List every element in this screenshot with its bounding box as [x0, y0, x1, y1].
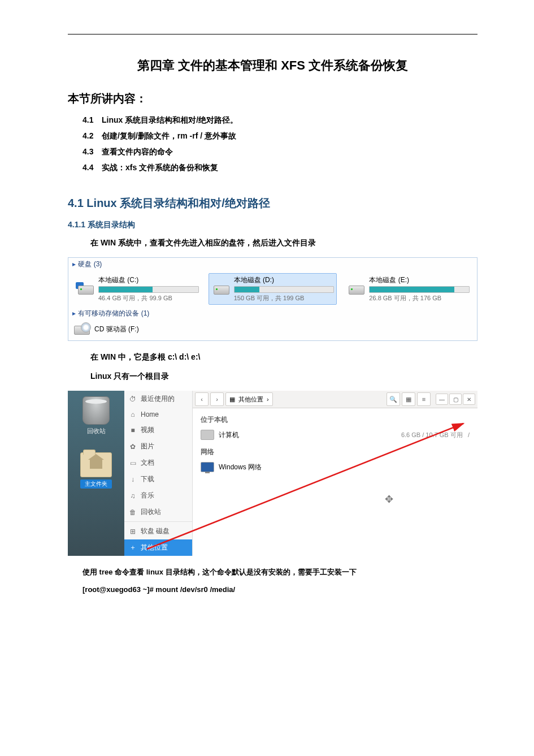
drive-stats: 150 GB 可用，共 199 GB — [234, 294, 335, 303]
group-label: 有可移动存储的设备 (1) — [78, 309, 149, 317]
sidebar-item-label: 图片 — [141, 442, 154, 451]
usage-bar — [234, 286, 335, 293]
picture-icon: ✿ — [129, 443, 137, 451]
home-folder-desktop[interactable]: 主文件夹 — [80, 452, 112, 489]
para-singleroot: Linux 只有一个根目录 — [90, 371, 477, 382]
sidebar-item-documents[interactable]: ▭文档 — [124, 455, 192, 471]
cd-icon — [74, 322, 91, 336]
file-manager: ⏱最近使用的 ⌂Home ■视频 ✿图片 ▭文档 ↓下载 ♫音乐 🗑回收站 ⊞软… — [124, 391, 477, 556]
cd-label: CD 驱动器 (F:) — [94, 325, 139, 334]
para-tree: 使用 tree 命令查看 linux 目录结构，这个命令默认是没有安装的，需要手… — [83, 567, 477, 577]
para-mount-cmd: [root@xuegod63 ~]# mount /dev/sr0 /media… — [83, 585, 477, 594]
heading-4-1: 4.1 Linux 系统目录结构和相对/绝对路径 — [68, 196, 477, 211]
close-button[interactable]: ✕ — [463, 394, 475, 405]
drive-d[interactable]: 本地磁盘 (D:) 150 GB 可用，共 199 GB — [209, 273, 337, 305]
para-multiroot: 在 WIN 中，它是多根 c:\ d:\ e:\ — [90, 352, 477, 362]
grid-icon: ▦ — [229, 396, 235, 403]
disclosure-icon: ▸ — [72, 309, 76, 317]
sidebar-item-music[interactable]: ♫音乐 — [124, 487, 192, 504]
sidebar-item-pictures[interactable]: ✿图片 — [124, 438, 192, 455]
video-icon: ■ — [129, 426, 137, 434]
folder-icon — [80, 452, 112, 477]
toc-item: 4.1Linux 系统目录结构和相对/绝对路径。 — [83, 115, 477, 126]
sidebar-item-trash[interactable]: 🗑回收站 — [124, 504, 192, 520]
drive-icon — [201, 430, 214, 440]
linux-filemanager-panel: 回收站 主文件夹 ⏱最近使用的 ⌂Home ■视频 ✿图片 ▭文档 ↓下载 ♫音… — [68, 391, 477, 556]
sidebar-item-label: 其他位置 — [141, 543, 168, 552]
drive-c[interactable]: 本地磁盘 (C:) 46.4 GB 可用，共 99.9 GB — [73, 273, 202, 305]
drive-icon — [76, 281, 95, 297]
cd-drive[interactable]: CD 驱动器 (F:) — [68, 320, 477, 340]
trash-icon — [83, 396, 110, 425]
move-cursor-icon: ✥ — [385, 493, 393, 506]
trash-label: 回收站 — [83, 427, 110, 435]
floppy-icon: ⊞ — [129, 528, 137, 535]
sidebar-item-label: 回收站 — [141, 507, 161, 517]
menu-button[interactable]: ≡ — [417, 392, 431, 406]
download-icon: ↓ — [129, 476, 137, 483]
clock-icon: ⏱ — [129, 395, 137, 403]
breadcrumb-label: 其他位置 — [238, 395, 263, 404]
toolbar: ‹ › ▦ 其他位置 › 🔍 ▦ ≡ — ▢ — [193, 391, 477, 408]
chevron-right-icon: › — [267, 396, 269, 403]
back-button[interactable]: ‹ — [195, 392, 209, 406]
breadcrumb[interactable]: ▦ 其他位置 › — [225, 392, 273, 406]
toc-list: 4.1Linux 系统目录结构和相对/绝对路径。 4.2创建/复制/删除文件，r… — [83, 115, 477, 173]
plus-icon: ＋ — [129, 543, 137, 552]
sidebar-item-label: 最近使用的 — [141, 394, 175, 404]
row-computer[interactable]: 计算机 6.6 GB / 10.7 GB 可用 / — [201, 428, 470, 442]
sidebar-item-videos[interactable]: ■视频 — [124, 422, 192, 438]
sidebar-item-label: 下载 — [141, 474, 154, 484]
toc-item: 4.4实战：xfs 文件系统的备份和恢复 — [83, 163, 477, 173]
usage-bar — [369, 286, 470, 293]
drive-icon — [346, 281, 366, 297]
chapter-title: 第四章 文件的基本管理和 XFS 文件系统备份恢复 — [68, 57, 477, 74]
para-win-intro: 在 WIN 系统中，查看文件先进入相应的盘符，然后进入文件目录 — [90, 238, 477, 248]
sidebar-item-recent[interactable]: ⏱最近使用的 — [124, 391, 192, 407]
sidebar-item-label: 视频 — [141, 425, 154, 435]
sidebar-item-label: 音乐 — [141, 491, 154, 500]
desktop-icons: 回收站 主文件夹 — [68, 391, 124, 556]
minimize-button[interactable]: — — [436, 394, 448, 405]
home-label: 主文件夹 — [80, 479, 112, 489]
row-meta: 6.6 GB / 10.7 GB 可用 / — [401, 431, 470, 439]
group-header-disks[interactable]: ▸ 硬盘 (3) — [68, 258, 477, 271]
content-area: 位于本机 计算机 6.6 GB / 10.7 GB 可用 / 网络 Window… — [193, 408, 477, 556]
trash-desktop[interactable]: 回收站 — [83, 396, 110, 435]
sidebar-item-downloads[interactable]: ↓下载 — [124, 471, 192, 487]
monitor-icon — [201, 462, 214, 472]
drive-label: 本地磁盘 (C:) — [98, 275, 199, 285]
row-windows-network[interactable]: Windows 网络 — [201, 460, 470, 474]
top-rule — [68, 34, 477, 34]
toc-item: 4.2创建/复制/删除文件，rm -rf / 意外事故 — [83, 131, 477, 141]
view-grid-button[interactable]: ▦ — [402, 392, 415, 406]
sidebar-item-label: 软盘 磁盘 — [141, 526, 170, 536]
sidebar-item-floppy[interactable]: ⊞软盘 磁盘 — [124, 521, 192, 539]
forward-button[interactable]: › — [210, 392, 224, 406]
section-heading: 本节所讲内容： — [68, 91, 477, 106]
row-label: 计算机 — [219, 430, 397, 440]
search-button[interactable]: 🔍 — [387, 392, 400, 406]
drive-label: 本地磁盘 (D:) — [234, 275, 335, 285]
sidebar-item-label: Home — [141, 411, 159, 418]
drive-label: 本地磁盘 (E:) — [369, 275, 470, 285]
windows-drives-panel: ▸ 硬盘 (3) 本地磁盘 (C:) 46.4 GB 可用，共 99.9 GB … — [68, 257, 477, 341]
drive-stats: 26.8 GB 可用，共 176 GB — [369, 294, 470, 303]
group-header-removable[interactable]: ▸ 有可移动存储的设备 (1) — [68, 307, 477, 320]
sidebar-item-home[interactable]: ⌂Home — [124, 407, 192, 422]
music-icon: ♫ — [129, 492, 137, 500]
group-label: 硬盘 (3) — [78, 260, 102, 268]
sidebar-item-other[interactable]: ＋其他位置 — [124, 539, 192, 556]
sidebar: ⏱最近使用的 ⌂Home ■视频 ✿图片 ▭文档 ↓下载 ♫音乐 🗑回收站 ⊞软… — [124, 391, 193, 556]
drive-icon — [211, 281, 231, 297]
drive-e[interactable]: 本地磁盘 (E:) 26.8 GB 可用，共 176 GB — [344, 273, 472, 305]
drive-stats: 46.4 GB 可用，共 99.9 GB — [98, 294, 199, 303]
content-header-network: 网络 — [201, 447, 470, 457]
row-label: Windows 网络 — [219, 463, 470, 472]
content-header-local: 位于本机 — [201, 415, 470, 425]
disclosure-icon: ▸ — [72, 260, 76, 268]
trash-icon: 🗑 — [129, 508, 137, 516]
usage-bar — [98, 286, 199, 293]
maximize-button[interactable]: ▢ — [449, 394, 462, 405]
home-icon: ⌂ — [129, 411, 137, 418]
